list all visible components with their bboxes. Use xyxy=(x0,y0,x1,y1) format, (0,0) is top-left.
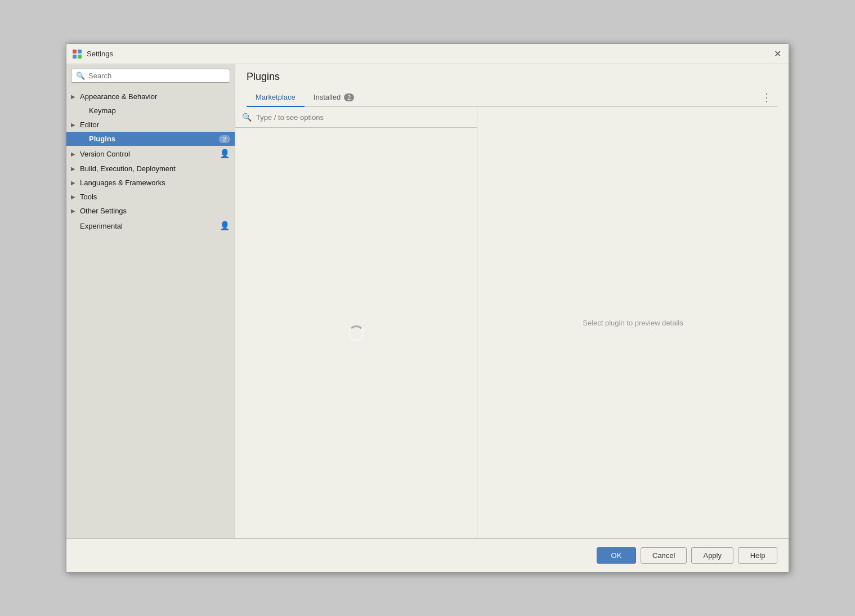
plugin-list-panel: 🔍 xyxy=(235,107,477,538)
search-input[interactable] xyxy=(88,72,225,80)
sidebar-item-list: ▶Appearance & BehaviorKeymap▶EditorPlugi… xyxy=(66,87,235,538)
sidebar-item-label: Plugins xyxy=(89,135,219,143)
plugin-search-icon: 🔍 xyxy=(242,113,252,122)
plugin-list-content xyxy=(235,128,477,538)
arrow-icon: ▶ xyxy=(71,194,80,200)
window-body: 🔍 ▶Appearance & BehaviorKeymap▶EditorPlu… xyxy=(66,64,789,538)
arrow-icon: ▶ xyxy=(71,166,80,172)
sidebar-item-other-settings[interactable]: ▶Other Settings xyxy=(66,204,235,218)
main-header: Plugins Marketplace Installed 2 ⋮ xyxy=(235,64,789,107)
search-icon: 🔍 xyxy=(76,72,85,80)
sidebar-item-build[interactable]: ▶Build, Execution, Deployment xyxy=(66,162,235,176)
sidebar-item-label: Tools xyxy=(80,193,230,201)
tab-installed[interactable]: Installed 2 xyxy=(305,88,364,107)
sidebar-item-experimental[interactable]: Experimental👤 xyxy=(66,218,235,234)
arrow-icon: ▶ xyxy=(71,208,80,214)
svg-rect-2 xyxy=(73,55,77,59)
cancel-button[interactable]: Cancel xyxy=(641,547,687,564)
ok-button[interactable]: OK xyxy=(597,547,636,564)
tabs-row: Marketplace Installed 2 ⋮ xyxy=(247,88,777,107)
svg-rect-0 xyxy=(73,50,77,53)
help-button[interactable]: Help xyxy=(738,547,777,564)
sidebar-item-label: Keymap xyxy=(89,106,230,115)
window-title: Settings xyxy=(87,50,772,58)
tab-marketplace[interactable]: Marketplace xyxy=(247,88,305,107)
item-icon-badge: 👤 xyxy=(220,221,230,231)
tabs-more-button[interactable]: ⋮ xyxy=(756,89,777,106)
sidebar-item-label: Languages & Frameworks xyxy=(80,178,230,187)
sidebar: 🔍 ▶Appearance & BehaviorKeymap▶EditorPlu… xyxy=(66,64,235,538)
sidebar-item-label: Experimental xyxy=(80,222,220,230)
sidebar-item-label: Version Control xyxy=(80,150,220,158)
svg-rect-3 xyxy=(78,55,82,59)
close-button[interactable]: ✕ xyxy=(772,48,783,60)
item-icon-badge: 👤 xyxy=(220,149,230,159)
title-bar: Settings ✕ xyxy=(66,44,789,64)
apply-button[interactable]: Apply xyxy=(691,547,733,564)
plugin-preview-panel: Select plugin to preview details xyxy=(477,107,789,538)
sidebar-item-appearance[interactable]: ▶Appearance & Behavior xyxy=(66,90,235,104)
arrow-icon: ▶ xyxy=(71,122,80,128)
plugin-search-input[interactable] xyxy=(256,113,470,122)
footer: OK Cancel Apply Help xyxy=(66,538,789,572)
settings-window: Settings ✕ 🔍 ▶Appearance & BehaviorKeyma… xyxy=(66,43,789,573)
page-title: Plugins xyxy=(247,71,777,83)
sidebar-item-keymap[interactable]: Keymap xyxy=(66,104,235,118)
sidebar-item-label: Other Settings xyxy=(80,207,230,215)
sidebar-item-plugins[interactable]: Plugins2 xyxy=(66,132,235,146)
sidebar-item-languages[interactable]: ▶Languages & Frameworks xyxy=(66,176,235,190)
sidebar-item-label: Editor xyxy=(80,120,230,129)
arrow-icon: ▶ xyxy=(71,180,80,186)
installed-badge: 2 xyxy=(344,93,354,101)
plugin-area: 🔍 Select plugin to preview details xyxy=(235,107,789,538)
app-icon xyxy=(72,49,82,59)
arrow-icon: ▶ xyxy=(71,151,80,157)
sidebar-item-tools[interactable]: ▶Tools xyxy=(66,190,235,204)
item-badge: 2 xyxy=(219,135,230,143)
sidebar-item-editor[interactable]: ▶Editor xyxy=(66,118,235,132)
sidebar-search-box[interactable]: 🔍 xyxy=(71,69,230,83)
main-content: Plugins Marketplace Installed 2 ⋮ 🔍 xyxy=(235,64,789,538)
sidebar-item-label: Appearance & Behavior xyxy=(80,92,230,101)
arrow-icon: ▶ xyxy=(71,93,80,100)
preview-placeholder-text: Select plugin to preview details xyxy=(583,319,683,327)
loading-spinner xyxy=(348,325,364,341)
sidebar-item-label: Build, Execution, Deployment xyxy=(80,164,230,173)
svg-rect-1 xyxy=(78,50,82,53)
sidebar-item-version-control[interactable]: ▶Version Control👤 xyxy=(66,146,235,162)
plugin-search-bar: 🔍 xyxy=(235,107,477,128)
